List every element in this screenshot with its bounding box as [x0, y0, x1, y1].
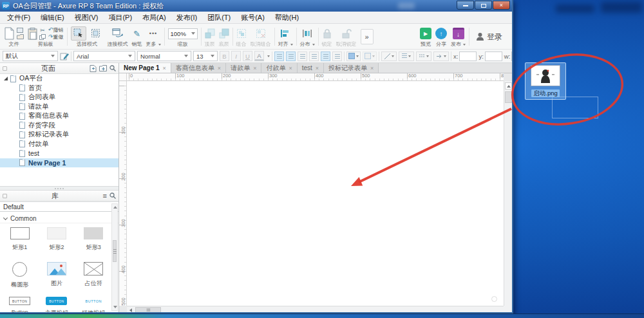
save-icon[interactable] [17, 28, 23, 33]
text-color-button[interactable]: A [254, 51, 264, 61]
close-icon[interactable]: × [316, 65, 319, 71]
paste-icon[interactable] [28, 28, 37, 40]
menu-team[interactable]: 团队(T) [202, 12, 236, 24]
maximize-button[interactable] [475, 1, 492, 10]
design-canvas[interactable] [127, 81, 504, 306]
close-button[interactable]: × [493, 1, 510, 10]
widget-button[interactable]: BUTTONButton [1, 297, 38, 313]
distribute-icon[interactable] [302, 28, 312, 39]
align-left-button[interactable] [274, 51, 284, 61]
login-button[interactable]: 登录 [471, 25, 510, 48]
contain-select-mode-button[interactable] [88, 26, 104, 41]
font-weight-select[interactable]: Normal [137, 51, 191, 61]
new-page-icon[interactable] [4, 27, 15, 40]
tab-bid-record-form[interactable]: 投标记录表单× [324, 63, 379, 73]
opacity-button[interactable] [363, 51, 377, 61]
close-icon[interactable]: × [163, 65, 166, 71]
clipboard-group[interactable]: ✂ ↶撤销 ↷重做 剪贴板 [26, 25, 66, 48]
scrollbar-thumb[interactable] [135, 307, 161, 313]
tree-item-contract-form[interactable]: 合同表单 [0, 93, 118, 102]
align-right-button[interactable] [298, 51, 307, 61]
panel-collapse-icon[interactable] [3, 66, 7, 71]
lock-icon[interactable] [323, 28, 332, 39]
publish-button[interactable]: ↓ [453, 28, 464, 39]
tab-test[interactable]: test× [298, 63, 324, 73]
tree-item-new-page-1[interactable]: New Page 1 [0, 158, 118, 168]
panel-splitter[interactable] [0, 186, 118, 191]
italic-button[interactable]: I [231, 51, 241, 61]
desktop-icon-qidong-png[interactable]: 启动.png [525, 62, 566, 100]
library-section-common[interactable]: Common [0, 214, 118, 223]
align-label[interactable]: 对齐 [278, 41, 293, 48]
vertical-scrollbar[interactable] [504, 81, 512, 306]
expander-icon[interactable] [4, 77, 8, 80]
arrow-style-button[interactable] [433, 51, 449, 61]
library-select[interactable]: Default [0, 201, 118, 212]
line-style-button[interactable] [416, 51, 431, 61]
tree-item-oa-platform[interactable]: OA平台 [0, 74, 118, 84]
scrollbar-thumb[interactable] [505, 91, 512, 103]
style-preset-select[interactable]: 默认 [3, 51, 58, 61]
tab-new-page-1[interactable]: New Page 1× [119, 63, 171, 73]
line-width-button[interactable] [399, 51, 414, 61]
font-family-select[interactable]: Arial [73, 51, 135, 61]
x-input[interactable] [459, 51, 477, 61]
tree-item-test[interactable]: test [0, 149, 118, 158]
copy-icon[interactable] [39, 34, 46, 40]
align-center-button[interactable] [286, 51, 296, 61]
tree-item-payment-form[interactable]: 付款单 [0, 140, 118, 149]
font-size-select[interactable]: 13 [193, 51, 218, 61]
tree-item-payment-request[interactable]: 请款单 [0, 102, 118, 112]
widget-rect3[interactable]: 矩形3 [75, 227, 112, 257]
titlebar[interactable]: RP OA合同管理 - Axure RP 8 Team Edition : 授权… [0, 0, 512, 12]
publish-label[interactable]: 发布 [451, 41, 466, 48]
open-folder-icon[interactable] [17, 34, 24, 39]
search-icon[interactable] [109, 192, 116, 199]
preview-button[interactable]: ▶ [420, 28, 431, 39]
scroll-up-button[interactable] [505, 82, 512, 89]
zoom-select[interactable]: 100% [168, 28, 198, 39]
y-input[interactable] [485, 51, 502, 61]
close-icon[interactable]: × [218, 65, 221, 71]
tree-item-vendor-info-form[interactable]: 客商信息表单 [0, 111, 118, 121]
close-icon[interactable]: × [253, 65, 256, 71]
minimize-button[interactable] [457, 1, 474, 10]
intersect-select-mode-button[interactable] [71, 26, 86, 41]
library-scrollbar[interactable] [111, 203, 118, 311]
menu-file[interactable]: 文件(F) [2, 12, 35, 24]
widget-ellipse[interactable]: 椭圆形 [1, 262, 38, 292]
redo-button[interactable]: ↷重做 [48, 33, 64, 41]
bold-button[interactable]: B [220, 51, 229, 61]
add-page-button[interactable] [90, 65, 97, 72]
menu-project[interactable]: 项目(P) [103, 12, 137, 24]
widget-primary-button[interactable]: BUTTON主要按钮 [38, 297, 75, 313]
menu-view[interactable]: 视图(V) [70, 12, 104, 24]
more-label[interactable]: 更多 [146, 41, 161, 48]
ungroup-icon[interactable] [256, 28, 266, 39]
menu-help[interactable]: 帮助(H) [270, 12, 304, 24]
widget-rect1[interactable]: 矩形1 [1, 227, 38, 257]
send-to-back-icon[interactable] [219, 28, 229, 39]
toolbar-overflow-button[interactable]: » [361, 29, 374, 44]
scrollbar-thumb[interactable] [113, 240, 117, 262]
more-icon[interactable]: ••• [149, 30, 157, 37]
close-icon[interactable]: × [289, 65, 292, 71]
edit-style-icon[interactable] [60, 52, 69, 61]
align-middle-button[interactable] [321, 51, 330, 61]
tree-item-home[interactable]: 首页 [0, 84, 118, 93]
panel-collapse-icon[interactable] [3, 194, 7, 198]
widget-image[interactable]: 图片 [38, 262, 75, 292]
close-icon[interactable]: × [370, 65, 374, 71]
add-folder-button[interactable] [99, 65, 107, 71]
pen-icon[interactable]: ✎ [133, 29, 140, 39]
w-input[interactable] [511, 51, 512, 61]
horizontal-scrollbar[interactable] [127, 306, 504, 313]
tab-payment-request[interactable]: 请款单× [226, 63, 261, 73]
group-icon[interactable] [236, 28, 247, 39]
text-color-caret[interactable] [267, 55, 270, 57]
share-button[interactable]: ↑ [435, 28, 447, 39]
cut-icon[interactable]: ✂ [40, 27, 45, 33]
widget-rect2[interactable]: 矩形2 [38, 227, 75, 257]
connector-mode-button[interactable] [110, 26, 126, 41]
scroll-left-button[interactable] [128, 307, 134, 313]
